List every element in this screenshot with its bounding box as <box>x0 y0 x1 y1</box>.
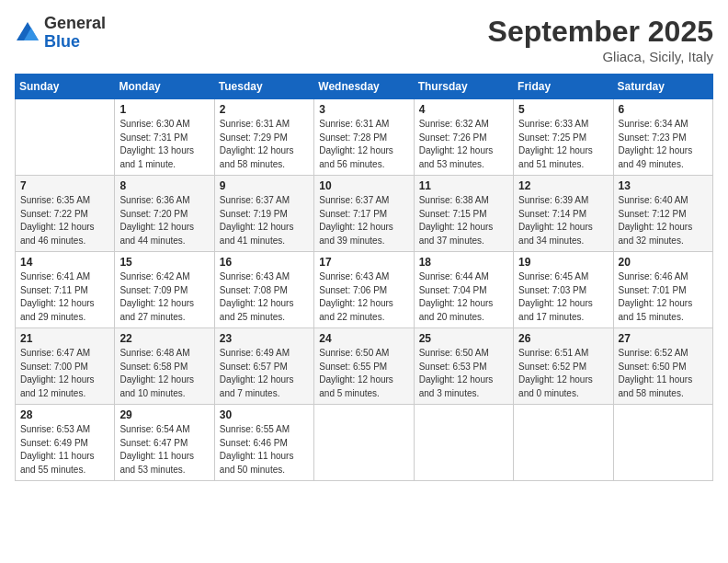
weekday-header: Sunday <box>16 75 115 99</box>
day-number: 4 <box>419 103 508 116</box>
day-info: Sunrise: 6:44 AMSunset: 7:04 PMDaylight:… <box>419 270 508 324</box>
day-info: Sunrise: 6:55 AMSunset: 6:46 PMDaylight:… <box>220 423 309 477</box>
day-number: 24 <box>319 332 408 345</box>
calendar-cell: 4Sunrise: 6:32 AMSunset: 7:26 PMDaylight… <box>414 99 513 176</box>
day-number: 13 <box>619 179 708 192</box>
calendar-cell: 21Sunrise: 6:47 AMSunset: 7:00 PMDayligh… <box>16 328 115 405</box>
day-number: 19 <box>518 256 608 269</box>
calendar-cell: 20Sunrise: 6:46 AMSunset: 7:01 PMDayligh… <box>613 252 712 328</box>
day-number: 22 <box>119 332 209 345</box>
day-info: Sunrise: 6:50 AMSunset: 6:55 PMDaylight:… <box>319 347 408 400</box>
weekday-header: Tuesday <box>214 75 313 99</box>
calendar-week-row: 21Sunrise: 6:47 AMSunset: 7:00 PMDayligh… <box>16 328 713 405</box>
weekday-header: Friday <box>514 75 613 99</box>
day-info: Sunrise: 6:33 AMSunset: 7:25 PMDaylight:… <box>518 118 608 171</box>
calendar-cell: 10Sunrise: 6:37 AMSunset: 7:17 PMDayligh… <box>314 176 414 252</box>
calendar-cell <box>16 99 115 176</box>
calendar-cell: 13Sunrise: 6:40 AMSunset: 7:12 PMDayligh… <box>613 176 712 252</box>
day-number: 7 <box>20 179 109 192</box>
day-info: Sunrise: 6:49 AMSunset: 6:57 PMDaylight:… <box>220 347 309 400</box>
page-header: General Blue September 2025 Gliaca, Sici… <box>15 15 713 64</box>
day-info: Sunrise: 6:32 AMSunset: 7:26 PMDaylight:… <box>419 118 508 171</box>
day-info: Sunrise: 6:53 AMSunset: 6:49 PMDaylight:… <box>20 423 109 477</box>
calendar-cell: 1Sunrise: 6:30 AMSunset: 7:31 PMDaylight… <box>115 99 214 176</box>
calendar-week-row: 1Sunrise: 6:30 AMSunset: 7:31 PMDaylight… <box>16 99 713 176</box>
calendar-cell: 15Sunrise: 6:42 AMSunset: 7:09 PMDayligh… <box>115 252 214 328</box>
day-number: 29 <box>119 408 209 421</box>
day-number: 14 <box>20 256 109 269</box>
day-number: 16 <box>220 256 309 269</box>
logo-icon <box>15 20 40 46</box>
calendar-cell: 19Sunrise: 6:45 AMSunset: 7:03 PMDayligh… <box>514 252 613 328</box>
calendar-cell: 6Sunrise: 6:34 AMSunset: 7:23 PMDaylight… <box>613 99 712 176</box>
day-info: Sunrise: 6:40 AMSunset: 7:12 PMDaylight:… <box>619 194 708 247</box>
day-info: Sunrise: 6:41 AMSunset: 7:11 PMDaylight:… <box>20 270 109 324</box>
weekday-header: Monday <box>115 75 214 99</box>
day-number: 1 <box>119 103 209 116</box>
calendar-cell: 26Sunrise: 6:51 AMSunset: 6:52 PMDayligh… <box>514 328 613 405</box>
calendar-cell: 22Sunrise: 6:48 AMSunset: 6:58 PMDayligh… <box>115 328 214 405</box>
calendar-cell: 27Sunrise: 6:52 AMSunset: 6:50 PMDayligh… <box>613 328 712 405</box>
day-number: 17 <box>319 256 408 269</box>
calendar-cell: 3Sunrise: 6:31 AMSunset: 7:28 PMDaylight… <box>314 99 414 176</box>
day-info: Sunrise: 6:50 AMSunset: 6:53 PMDaylight:… <box>419 347 508 400</box>
day-info: Sunrise: 6:37 AMSunset: 7:19 PMDaylight:… <box>220 194 309 247</box>
day-number: 27 <box>619 332 708 345</box>
calendar-cell: 14Sunrise: 6:41 AMSunset: 7:11 PMDayligh… <box>16 252 115 328</box>
month-title: September 2025 <box>488 15 713 49</box>
day-number: 26 <box>518 332 608 345</box>
day-info: Sunrise: 6:42 AMSunset: 7:09 PMDaylight:… <box>119 270 209 324</box>
day-number: 2 <box>220 103 309 116</box>
calendar-cell: 11Sunrise: 6:38 AMSunset: 7:15 PMDayligh… <box>414 176 513 252</box>
calendar-cell: 28Sunrise: 6:53 AMSunset: 6:49 PMDayligh… <box>16 405 115 481</box>
weekday-header: Thursday <box>414 75 513 99</box>
day-number: 9 <box>220 179 309 192</box>
day-info: Sunrise: 6:30 AMSunset: 7:31 PMDaylight:… <box>119 118 209 171</box>
day-number: 6 <box>619 103 708 116</box>
day-info: Sunrise: 6:43 AMSunset: 7:08 PMDaylight:… <box>220 270 309 324</box>
calendar-cell <box>514 405 613 481</box>
calendar-cell: 8Sunrise: 6:36 AMSunset: 7:20 PMDaylight… <box>115 176 214 252</box>
day-info: Sunrise: 6:35 AMSunset: 7:22 PMDaylight:… <box>20 194 109 247</box>
calendar-cell: 7Sunrise: 6:35 AMSunset: 7:22 PMDaylight… <box>16 176 115 252</box>
day-number: 3 <box>319 103 408 116</box>
day-info: Sunrise: 6:34 AMSunset: 7:23 PMDaylight:… <box>619 118 708 171</box>
calendar-cell <box>613 405 712 481</box>
day-info: Sunrise: 6:45 AMSunset: 7:03 PMDaylight:… <box>518 270 608 324</box>
calendar-cell: 9Sunrise: 6:37 AMSunset: 7:19 PMDaylight… <box>214 176 313 252</box>
day-info: Sunrise: 6:48 AMSunset: 6:58 PMDaylight:… <box>119 347 209 400</box>
calendar-cell <box>314 405 414 481</box>
day-info: Sunrise: 6:54 AMSunset: 6:47 PMDaylight:… <box>119 423 209 477</box>
calendar-cell: 16Sunrise: 6:43 AMSunset: 7:08 PMDayligh… <box>214 252 313 328</box>
calendar-cell: 25Sunrise: 6:50 AMSunset: 6:53 PMDayligh… <box>414 328 513 405</box>
day-number: 11 <box>419 179 508 192</box>
calendar-cell <box>414 405 513 481</box>
day-number: 28 <box>20 408 109 421</box>
calendar-cell: 2Sunrise: 6:31 AMSunset: 7:29 PMDaylight… <box>214 99 313 176</box>
weekday-header-row: SundayMondayTuesdayWednesdayThursdayFrid… <box>16 75 713 99</box>
day-number: 23 <box>220 332 309 345</box>
logo: General Blue <box>15 15 106 52</box>
day-info: Sunrise: 6:52 AMSunset: 6:50 PMDaylight:… <box>619 347 708 400</box>
day-number: 10 <box>319 179 408 192</box>
calendar-cell: 30Sunrise: 6:55 AMSunset: 6:46 PMDayligh… <box>214 405 313 481</box>
day-number: 21 <box>20 332 109 345</box>
calendar-cell: 17Sunrise: 6:43 AMSunset: 7:06 PMDayligh… <box>314 252 414 328</box>
day-number: 12 <box>518 179 608 192</box>
calendar-cell: 23Sunrise: 6:49 AMSunset: 6:57 PMDayligh… <box>214 328 313 405</box>
calendar-cell: 29Sunrise: 6:54 AMSunset: 6:47 PMDayligh… <box>115 405 214 481</box>
weekday-header: Saturday <box>613 75 712 99</box>
location-title: Gliaca, Sicily, Italy <box>488 49 713 64</box>
day-number: 8 <box>119 179 209 192</box>
title-area: September 2025 Gliaca, Sicily, Italy <box>488 15 713 64</box>
day-info: Sunrise: 6:31 AMSunset: 7:28 PMDaylight:… <box>319 118 408 171</box>
calendar-cell: 5Sunrise: 6:33 AMSunset: 7:25 PMDaylight… <box>514 99 613 176</box>
day-number: 5 <box>518 103 608 116</box>
calendar-week-row: 28Sunrise: 6:53 AMSunset: 6:49 PMDayligh… <box>16 405 713 481</box>
day-info: Sunrise: 6:38 AMSunset: 7:15 PMDaylight:… <box>419 194 508 247</box>
day-info: Sunrise: 6:36 AMSunset: 7:20 PMDaylight:… <box>119 194 209 247</box>
calendar-week-row: 7Sunrise: 6:35 AMSunset: 7:22 PMDaylight… <box>16 176 713 252</box>
day-number: 25 <box>419 332 508 345</box>
calendar-week-row: 14Sunrise: 6:41 AMSunset: 7:11 PMDayligh… <box>16 252 713 328</box>
day-info: Sunrise: 6:46 AMSunset: 7:01 PMDaylight:… <box>619 270 708 324</box>
